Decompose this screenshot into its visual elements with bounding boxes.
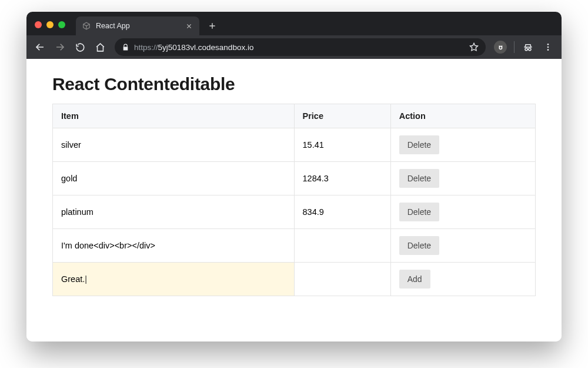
item-cell[interactable]: platinum: [53, 195, 295, 229]
extension-badge[interactable]: ʊ: [492, 38, 509, 56]
col-header-item: Item: [53, 104, 295, 128]
delete-button[interactable]: Delete: [399, 203, 439, 221]
bookmark-icon[interactable]: [469, 42, 479, 52]
item-cell[interactable]: I'm done<div><br></div>: [53, 229, 295, 263]
action-cell: Add: [390, 263, 535, 296]
browser-window: React App: [26, 12, 562, 342]
svg-point-0: [525, 48, 527, 51]
items-table: Item Price Action silver 15.41 Delete go…: [52, 104, 536, 296]
cube-icon: [82, 21, 91, 31]
close-window-icon[interactable]: [35, 21, 42, 28]
add-button[interactable]: Add: [399, 270, 430, 289]
action-cell: Delete: [390, 229, 535, 263]
svg-point-2: [547, 44, 549, 45]
close-tab-icon[interactable]: [184, 21, 193, 31]
svg-point-3: [547, 47, 549, 48]
col-header-action: Action: [390, 104, 535, 128]
delete-button[interactable]: Delete: [399, 169, 439, 188]
incognito-icon[interactable]: [519, 38, 537, 56]
new-tab-button[interactable]: [204, 18, 220, 34]
table-row: platinum 834.9 Delete: [53, 195, 536, 229]
back-button[interactable]: [31, 38, 49, 56]
page-title: React Contenteditable: [52, 74, 536, 94]
action-cell: Delete: [390, 162, 535, 195]
address-bar[interactable]: https://5yj50183vl.codesandbox.io: [115, 38, 486, 56]
browser-tab[interactable]: React App: [76, 16, 199, 35]
price-cell[interactable]: [294, 229, 390, 263]
item-cell[interactable]: gold: [53, 162, 295, 195]
table-row: gold 1284.3 Delete: [53, 162, 536, 195]
lock-icon: [122, 44, 129, 51]
delete-button[interactable]: Delete: [399, 236, 439, 255]
delete-button[interactable]: Delete: [399, 135, 439, 154]
price-cell[interactable]: 1284.3: [294, 162, 390, 195]
action-cell: Delete: [390, 195, 535, 229]
new-row: Great. Add: [53, 263, 536, 296]
separator: [514, 41, 514, 53]
window-controls: [26, 21, 74, 35]
action-cell: Delete: [390, 128, 535, 162]
new-item-cell[interactable]: Great.: [53, 263, 295, 296]
reload-button[interactable]: [71, 38, 89, 56]
item-cell[interactable]: silver: [53, 128, 295, 162]
forward-button[interactable]: [51, 38, 69, 56]
table-row: silver 15.41 Delete: [53, 128, 536, 162]
minimize-window-icon[interactable]: [46, 21, 54, 28]
url-text: https://5yj50183vl.codesandbox.io: [134, 43, 253, 52]
titlebar: React App: [26, 12, 562, 35]
browser-toolbar: https://5yj50183vl.codesandbox.io ʊ: [26, 35, 562, 59]
table-header-row: Item Price Action: [53, 104, 536, 128]
new-price-cell[interactable]: [294, 263, 390, 296]
maximize-window-icon[interactable]: [58, 21, 65, 28]
menu-button[interactable]: [539, 38, 557, 56]
home-button[interactable]: [91, 38, 109, 56]
table-row: I'm done<div><br></div> Delete: [53, 229, 536, 263]
svg-point-4: [547, 49, 549, 51]
price-cell[interactable]: 834.9: [294, 195, 390, 229]
tab-title: React App: [96, 22, 179, 30]
svg-point-1: [529, 48, 531, 51]
page-content: React Contenteditable Item Price Action …: [26, 59, 562, 342]
price-cell[interactable]: 15.41: [294, 128, 390, 162]
col-header-price: Price: [294, 104, 390, 128]
